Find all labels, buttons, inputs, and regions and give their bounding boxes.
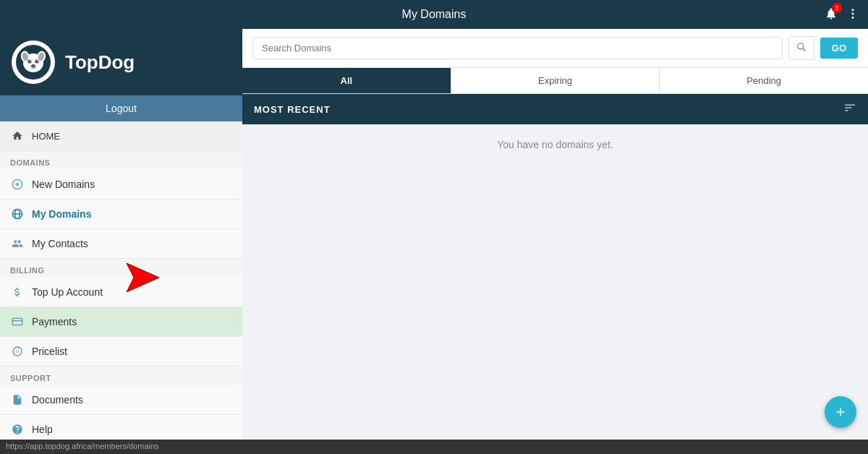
sidebar-header: TopDog (0, 29, 242, 95)
top-header: My Domains 1 (0, 0, 868, 29)
home-icon (10, 129, 25, 143)
pricelist-icon (10, 344, 25, 359)
my-contacts-label: My Contacts (32, 238, 88, 249)
content-header-title: MOST RECENT (254, 104, 331, 115)
support-section-label: SUPPORT (0, 367, 242, 385)
sidebar-item-home[interactable]: HOME (0, 121, 242, 151)
content-area: GO All Expiring Pending MOST RECENT You … (242, 29, 868, 440)
sidebar-item-payments[interactable]: Payments (0, 307, 242, 337)
svg-point-13 (31, 64, 35, 67)
new-domains-label: New Domains (32, 179, 95, 190)
payments-icon (10, 314, 25, 329)
status-url: https://app.topdog.africa/members/domain… (6, 442, 159, 450)
search-input[interactable] (252, 37, 783, 59)
brand-name: TopDog (65, 51, 135, 74)
tab-expiring[interactable]: Expiring (451, 68, 660, 93)
top-up-label: Top Up Account (32, 286, 103, 298)
search-button[interactable] (788, 36, 814, 60)
help-label: Help (32, 424, 53, 435)
tab-all[interactable]: All (242, 68, 451, 93)
documents-icon (10, 393, 25, 407)
sidebar-item-my-contacts[interactable]: My Contacts (0, 229, 242, 259)
pricelist-label: Pricelist (32, 346, 67, 357)
my-domains-label: My Domains (32, 208, 91, 220)
filter-tabs: All Expiring Pending (242, 68, 868, 94)
sidebar-item-new-domains[interactable]: New Domains (0, 170, 242, 200)
payments-label: Payments (32, 316, 77, 327)
domains-section-label: DOMAINS (0, 151, 242, 170)
sidebar: TopDog Logout HOME DOMAINS New Domains M… (0, 29, 242, 440)
documents-label: Documents (32, 394, 83, 406)
filter-icon[interactable] (843, 101, 856, 117)
empty-message: You have no domains yet. (497, 139, 613, 150)
svg-point-12 (37, 61, 38, 62)
notification-icon[interactable]: 1 (825, 7, 838, 22)
fab-add-button[interactable]: + (825, 396, 856, 428)
search-bar: GO (242, 29, 868, 68)
page-title: My Domains (402, 8, 467, 21)
top-up-icon (10, 285, 25, 299)
home-label: HOME (32, 131, 60, 142)
svg-point-1 (852, 12, 854, 14)
my-domains-icon (10, 207, 25, 221)
more-options-icon[interactable] (846, 7, 859, 22)
svg-rect-20 (12, 318, 22, 325)
svg-point-0 (852, 9, 854, 11)
logo (12, 40, 55, 84)
billing-section-label: BILLING (0, 259, 242, 278)
notification-badge: 1 (832, 3, 842, 13)
my-contacts-icon (10, 236, 25, 251)
status-bar: https://app.topdog.africa/members/domain… (0, 440, 868, 454)
sidebar-item-pricelist[interactable]: Pricelist (0, 337, 242, 367)
content-body: You have no domains yet. + (242, 124, 868, 440)
sidebar-item-my-domains[interactable]: My Domains (0, 200, 242, 229)
sidebar-item-help[interactable]: Help (0, 415, 242, 440)
sidebar-item-top-up[interactable]: Top Up Account (0, 278, 242, 307)
sidebar-item-documents[interactable]: Documents (0, 385, 242, 415)
svg-point-2 (852, 16, 854, 18)
header-icons: 1 (825, 7, 859, 22)
help-icon (10, 422, 25, 437)
svg-point-11 (30, 61, 31, 62)
content-header: MOST RECENT (242, 94, 868, 124)
tab-pending[interactable]: Pending (660, 68, 868, 93)
logout-button[interactable]: Logout (0, 95, 242, 121)
go-button[interactable]: GO (820, 38, 858, 59)
svg-point-22 (13, 347, 22, 356)
new-domains-icon (10, 177, 25, 192)
